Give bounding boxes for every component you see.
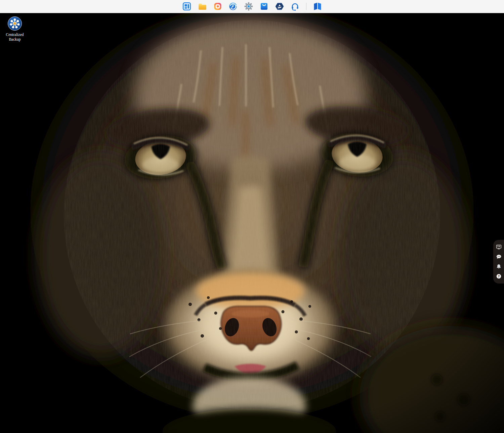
taskbar-helpdesk-button[interactable] [290, 1, 300, 11]
desktop-shortcut-centralized-backup[interactable]: Centralized Backup [2, 16, 28, 42]
dock-chat-button[interactable] [495, 253, 502, 261]
taskbar-file-manager-button[interactable] [197, 1, 207, 11]
taskbar-backup-sync-button[interactable] [228, 1, 238, 11]
chat-bubble-icon [496, 254, 502, 260]
clock-sync-icon [228, 2, 238, 11]
taskbar-media-gallery-button[interactable] [213, 1, 223, 11]
ship-hexagon-icon [275, 2, 284, 11]
monitor-icon [496, 244, 502, 250]
taskbar-app-center-button[interactable] [259, 1, 269, 11]
dock-remote-display-button[interactable] [495, 244, 502, 251]
taskbar-control-panel-button[interactable] [244, 1, 254, 11]
taskbar-main-menu-button[interactable] [182, 1, 192, 11]
dock-help-button[interactable]: ? [495, 272, 502, 280]
main-menu-tiles-icon [182, 2, 192, 11]
taskbar-app-group [182, 1, 323, 11]
centralized-backup-icon [7, 16, 22, 31]
svg-text:?: ? [498, 274, 500, 278]
taskbar-separator [306, 3, 306, 10]
open-book-icon [313, 2, 322, 11]
folder-icon [198, 2, 207, 11]
headset-icon [290, 2, 300, 11]
shortcut-label: Centralized Backup [2, 33, 28, 42]
taskbar-documentation-button[interactable] [312, 1, 323, 11]
gradient-photo-icon [213, 2, 222, 11]
taskbar-container-station-button[interactable] [275, 1, 285, 11]
taskbar [0, 0, 504, 13]
side-dock: ? [493, 240, 504, 284]
wallpaper-lynx-photo [0, 0, 504, 433]
dock-notifications-button[interactable] [495, 263, 502, 270]
question-mark-icon: ? [496, 273, 502, 279]
bell-icon [496, 264, 502, 269]
gear-icon [244, 2, 253, 11]
shopping-bag-icon [259, 2, 269, 11]
